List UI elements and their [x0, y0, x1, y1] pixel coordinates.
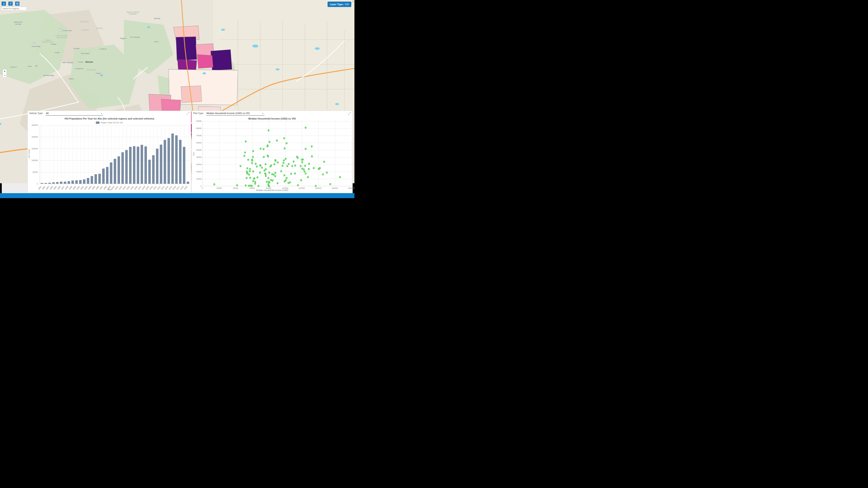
bar[interactable] — [106, 167, 108, 184]
scatter-point[interactable] — [252, 170, 254, 172]
scatter-point[interactable] — [260, 148, 261, 150]
scatter-point[interactable] — [318, 167, 320, 169]
scatter-point[interactable] — [286, 142, 287, 144]
bar[interactable] — [148, 160, 151, 184]
bar[interactable] — [125, 150, 128, 184]
scatter-point[interactable] — [268, 129, 270, 131]
scatter-point[interactable] — [286, 165, 288, 167]
scatter-point[interactable] — [245, 184, 247, 186]
scatter-point[interactable] — [266, 181, 268, 183]
bar[interactable] — [175, 135, 178, 184]
scatter-point[interactable] — [247, 159, 249, 161]
scatter-point[interactable] — [253, 178, 255, 180]
scatter-point[interactable] — [315, 185, 317, 187]
scatter-point[interactable] — [252, 180, 254, 182]
scatter-point[interactable] — [256, 166, 258, 168]
bar[interactable] — [156, 149, 158, 184]
scatter-point[interactable] — [305, 127, 307, 129]
scatter-point[interactable] — [213, 184, 215, 186]
scatter-point[interactable] — [245, 140, 247, 142]
bar[interactable] — [183, 147, 185, 184]
bar[interactable] — [137, 147, 139, 184]
bar[interactable] — [71, 181, 74, 184]
vehicle-type-select[interactable]: All∨ — [45, 112, 103, 116]
scatter-point[interactable] — [283, 162, 284, 164]
plot-type-select[interactable]: Median Household Income (USD) vs VIO∨ — [206, 112, 265, 116]
scatter-point[interactable] — [244, 151, 246, 153]
scatter-point[interactable] — [301, 159, 303, 161]
scatter-point[interactable] — [285, 158, 287, 160]
bar[interactable] — [41, 183, 43, 184]
scatter-point[interactable] — [275, 160, 276, 162]
scatter-point[interactable] — [283, 159, 285, 161]
bar[interactable] — [141, 145, 143, 184]
bar[interactable] — [44, 183, 47, 184]
scatter-point[interactable] — [268, 172, 270, 174]
scatter-point[interactable] — [254, 183, 256, 185]
scatter-point[interactable] — [269, 141, 270, 143]
scatter-point[interactable] — [311, 145, 313, 147]
bar[interactable] — [94, 174, 97, 184]
scatter-point[interactable] — [249, 168, 251, 170]
scatter-point[interactable] — [291, 165, 293, 167]
scatter-point[interactable] — [246, 177, 248, 179]
scatter-point[interactable] — [259, 165, 261, 167]
scatter-point[interactable] — [283, 174, 285, 176]
scatter-point[interactable] — [261, 166, 263, 168]
scatter-point[interactable] — [323, 161, 325, 163]
scatter-point[interactable] — [249, 177, 251, 179]
region-search-input[interactable] — [2, 7, 26, 10]
bar[interactable] — [87, 178, 89, 184]
scatter-point[interactable] — [290, 173, 292, 175]
scatter-point[interactable] — [255, 163, 256, 165]
scatter-point[interactable] — [243, 155, 245, 157]
scatter-point[interactable] — [294, 173, 296, 175]
scatter-point[interactable] — [277, 161, 279, 163]
bar[interactable] — [167, 138, 170, 184]
scatter-point[interactable] — [284, 181, 285, 183]
scatter-point[interactable] — [263, 156, 265, 158]
bar[interactable] — [83, 180, 86, 184]
scatter-point[interactable] — [240, 165, 241, 167]
bar[interactable] — [91, 176, 93, 184]
bar[interactable] — [129, 147, 131, 184]
scatter-point[interactable] — [308, 163, 310, 165]
scatter-point[interactable] — [305, 172, 307, 174]
scatter-point[interactable] — [308, 168, 310, 170]
bar[interactable] — [171, 133, 174, 184]
scatter-point[interactable] — [297, 157, 299, 159]
scatter-point[interactable] — [322, 173, 324, 175]
scatter-point[interactable] — [293, 161, 294, 163]
bar[interactable] — [187, 182, 189, 184]
scatter-point[interactable] — [311, 155, 313, 157]
scatter-point[interactable] — [287, 182, 289, 184]
scatter-point[interactable] — [265, 173, 267, 175]
expand-icon[interactable] — [187, 112, 189, 115]
scatter-point[interactable] — [274, 163, 275, 165]
scatter-point[interactable] — [277, 182, 278, 184]
scatter-point[interactable] — [249, 170, 251, 172]
scatter-point[interactable] — [305, 148, 307, 150]
scatter-point[interactable] — [265, 163, 267, 165]
bar[interactable] — [52, 182, 55, 184]
bar[interactable] — [179, 140, 182, 184]
bar[interactable] — [118, 156, 120, 184]
scatter-point[interactable] — [297, 184, 299, 186]
bar[interactable] — [64, 182, 66, 184]
bar[interactable] — [79, 180, 82, 184]
scatter-point[interactable] — [303, 168, 305, 170]
scatter-point[interactable] — [339, 176, 341, 178]
scatter-point[interactable] — [326, 171, 328, 173]
scatter-point[interactable] — [252, 156, 254, 158]
scatter-point[interactable] — [251, 160, 253, 162]
scatter-point[interactable] — [270, 165, 271, 167]
scatter-point[interactable] — [294, 165, 296, 167]
zoom-in-button[interactable]: + — [3, 69, 6, 74]
scatter-point[interactable] — [286, 177, 287, 179]
scatter-point[interactable] — [288, 163, 289, 165]
scatter-point[interactable] — [274, 172, 276, 174]
scatter-point[interactable] — [300, 165, 302, 167]
scatter-point[interactable] — [301, 161, 303, 163]
scatter-point[interactable] — [256, 176, 258, 178]
bar[interactable] — [56, 182, 59, 184]
